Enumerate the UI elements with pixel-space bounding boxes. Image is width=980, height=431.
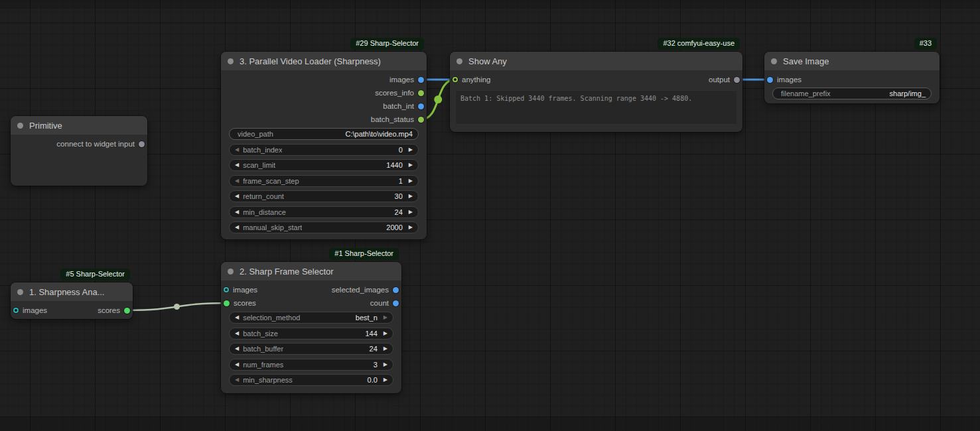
loader-widget-batch_index[interactable]: ◀batch_index0▶ bbox=[229, 144, 419, 156]
slot-label: scores bbox=[98, 306, 120, 314]
widget-decrement-arrow-icon[interactable]: ◀ bbox=[235, 210, 239, 215]
widget-decrement-arrow-icon[interactable]: ◀ bbox=[235, 194, 239, 199]
widget-decrement-arrow-icon[interactable]: ◀ bbox=[235, 362, 239, 367]
slot-row: scores_info bbox=[221, 86, 427, 99]
widget-label: batch_size bbox=[243, 330, 278, 338]
loader-widget-return_count[interactable]: ◀return_count30▶ bbox=[229, 190, 419, 202]
collapse-dot-icon[interactable] bbox=[771, 58, 777, 64]
widget-value: 1 bbox=[399, 177, 403, 185]
widget-decrement-arrow-icon[interactable]: ◀ bbox=[235, 331, 239, 336]
link-scores-to-scores[interactable] bbox=[127, 303, 227, 310]
selector-count-output-port[interactable] bbox=[393, 300, 399, 306]
widget-label: min_distance bbox=[243, 208, 286, 216]
widget-increment-arrow-icon[interactable]: ▶ bbox=[409, 162, 413, 168]
widget-label: return_count bbox=[243, 192, 284, 200]
show_any-anything-input-port[interactable] bbox=[453, 77, 458, 82]
slot-row: batch_status bbox=[221, 113, 427, 126]
widget-decrement-arrow-icon[interactable]: ◀ bbox=[235, 225, 239, 230]
node-parallel-video-loader[interactable]: #29 Sharp-Selector 3. Parallel Video Loa… bbox=[221, 52, 427, 239]
collapse-dot-icon[interactable] bbox=[228, 269, 234, 275]
widget-value: 24 bbox=[395, 208, 403, 216]
widget-increment-arrow-icon[interactable]: ▶ bbox=[409, 178, 413, 184]
node-header[interactable]: Save Image bbox=[764, 52, 940, 70]
slot-label: images bbox=[23, 306, 47, 314]
save_image-widget-filename_prefix[interactable]: filename_prefixsharp/img_ bbox=[772, 88, 932, 99]
node-sharpness-analyzer[interactable]: #5 Sharp-Selector 1. Sharpness Ana... im… bbox=[11, 282, 133, 319]
slot-row: images bbox=[221, 73, 427, 86]
widget-increment-arrow-icon[interactable]: ▶ bbox=[409, 210, 413, 215]
node-header[interactable]: Primitive bbox=[11, 116, 147, 135]
slot-row: anythingoutput bbox=[450, 73, 742, 86]
widget-decrement-arrow-icon[interactable]: ◀ bbox=[235, 315, 239, 320]
primitive-connect-to-widget-input-output-port[interactable] bbox=[139, 141, 145, 147]
slot-label: images bbox=[777, 76, 802, 84]
widget-increment-arrow-icon[interactable]: ▶ bbox=[384, 362, 387, 367]
node-title: Save Image bbox=[783, 56, 829, 66]
node-header[interactable]: 3. Parallel Video Loader (Sharpness) bbox=[221, 52, 427, 70]
node-graph-canvas[interactable]: #29 Sharp-Selector 3. Parallel Video Loa… bbox=[0, 0, 980, 431]
widget-increment-arrow-icon[interactable]: ▶ bbox=[409, 225, 413, 230]
loader-batch_int-output-port[interactable] bbox=[418, 103, 424, 109]
node-header[interactable]: 1. Sharpness Ana... bbox=[11, 282, 133, 301]
node-title: 3. Parallel Video Loader (Sharpness) bbox=[240, 56, 381, 66]
widget-increment-arrow-icon[interactable]: ▶ bbox=[384, 331, 387, 336]
widget-increment-arrow-icon[interactable]: ▶ bbox=[409, 194, 413, 199]
collapse-dot-icon[interactable] bbox=[228, 58, 234, 64]
widget-decrement-arrow-icon[interactable]: ◀ bbox=[235, 162, 239, 168]
save_image-images-input-port[interactable] bbox=[767, 77, 773, 83]
widget-increment-arrow-icon[interactable]: ▶ bbox=[384, 377, 387, 383]
widget-decrement-arrow-icon[interactable]: ◀ bbox=[235, 178, 239, 184]
selector-widget-min_sharpness[interactable]: ◀min_sharpness0.0▶ bbox=[229, 374, 393, 386]
node-sharp-frame-selector[interactable]: #1 Sharp-Selector 2. Sharp Frame Selecto… bbox=[221, 262, 401, 393]
collapse-dot-icon[interactable] bbox=[17, 289, 23, 295]
collapse-dot-icon[interactable] bbox=[456, 58, 462, 64]
slot-label: scores_info bbox=[375, 89, 414, 97]
widget-decrement-arrow-icon[interactable]: ◀ bbox=[235, 377, 239, 383]
widget-increment-arrow-icon[interactable]: ▶ bbox=[409, 147, 413, 153]
sharpness-scores-output-port[interactable] bbox=[124, 308, 130, 314]
selector-selected_images-output-port[interactable] bbox=[393, 287, 399, 293]
node-title: Primitive bbox=[29, 121, 62, 131]
node-save-image[interactable]: #33 Save Image images filename_prefixsha… bbox=[764, 52, 940, 103]
loader-scores_info-output-port[interactable] bbox=[418, 90, 424, 96]
loader-images-output-port[interactable] bbox=[418, 77, 424, 83]
selector-widget-selection_method[interactable]: ◀selection_methodbest_n▶ bbox=[229, 312, 393, 324]
node-show-any[interactable]: #32 comfyui-easy-use Show Any anythingou… bbox=[450, 52, 742, 132]
widget-decrement-arrow-icon[interactable]: ◀ bbox=[235, 346, 239, 351]
slot-row: imagesscores bbox=[11, 304, 133, 317]
show_any-output-output-port[interactable] bbox=[734, 77, 740, 83]
link-midpoint-dot[interactable] bbox=[174, 304, 180, 310]
selector-scores-input-port[interactable] bbox=[224, 300, 230, 306]
sharpness-images-input-port[interactable] bbox=[13, 308, 19, 313]
widget-label: manual_skip_start bbox=[243, 223, 302, 231]
link-midpoint-dot[interactable] bbox=[434, 95, 442, 103]
slot-row: batch_int bbox=[221, 99, 427, 113]
loader-widget-frame_scan_step[interactable]: ◀frame_scan_step1▶ bbox=[229, 175, 419, 187]
widget-value: 24 bbox=[370, 345, 378, 353]
collapse-dot-icon[interactable] bbox=[17, 123, 23, 129]
widget-value: 1440 bbox=[386, 161, 402, 169]
node-id-badge: #33 bbox=[914, 38, 937, 50]
loader-batch_status-output-port[interactable] bbox=[418, 117, 424, 123]
selector-widget-num_frames[interactable]: ◀num_frames3▶ bbox=[229, 359, 393, 371]
selector-images-input-port[interactable] bbox=[224, 287, 229, 292]
widget-label: scan_limit bbox=[243, 161, 275, 169]
show-any-output-textbox[interactable]: Batch 1: Skipped 3440 frames. Scanning r… bbox=[455, 90, 737, 125]
loader-widget-scan_limit[interactable]: ◀scan_limit1440▶ bbox=[229, 159, 419, 171]
slot-label: images bbox=[389, 76, 414, 84]
loader-widget-manual_skip_start[interactable]: ◀manual_skip_start2000▶ bbox=[229, 221, 419, 233]
node-header[interactable]: Show Any bbox=[450, 52, 742, 70]
widget-value: best_n bbox=[356, 314, 378, 322]
node-id-badge: #1 Sharp-Selector bbox=[329, 248, 399, 260]
widget-decrement-arrow-icon[interactable]: ◀ bbox=[235, 147, 239, 153]
node-title: 2. Sharp Frame Selector bbox=[240, 267, 334, 277]
widget-increment-arrow-icon[interactable]: ▶ bbox=[384, 315, 387, 320]
widget-increment-arrow-icon[interactable]: ▶ bbox=[384, 346, 387, 351]
loader-widget-min_distance[interactable]: ◀min_distance24▶ bbox=[229, 206, 419, 218]
node-header[interactable]: 2. Sharp Frame Selector bbox=[221, 262, 401, 280]
selector-widget-batch_size[interactable]: ◀batch_size144▶ bbox=[229, 328, 393, 339]
node-primitive[interactable]: Primitive connect to widget input bbox=[11, 116, 147, 186]
loader-widget-video_path[interactable]: video_pathC:\path\to\video.mp4 bbox=[229, 128, 419, 140]
selector-widget-batch_buffer[interactable]: ◀batch_buffer24▶ bbox=[229, 343, 393, 355]
slot-label: selected_images bbox=[332, 286, 389, 294]
